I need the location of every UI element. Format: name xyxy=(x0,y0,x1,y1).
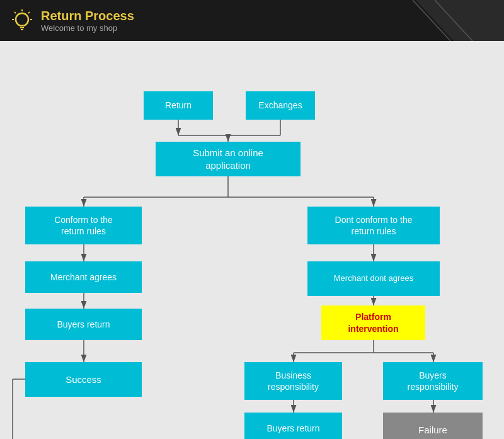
node-success: Success xyxy=(25,362,142,397)
node-return: Return xyxy=(144,91,213,120)
node-buyers-return-right: Buyers return xyxy=(244,413,342,439)
header: Return Process Welcome to my shop xyxy=(0,0,504,41)
node-business-responsibility: Businessresponsibility xyxy=(244,362,342,400)
svg-line-3 xyxy=(14,12,16,13)
svg-marker-6 xyxy=(416,0,504,41)
node-merchant-agrees: Merchant agrees xyxy=(25,261,142,293)
svg-point-0 xyxy=(16,13,28,26)
flowchart-canvas: Return Exchanges Submit an onlineapplica… xyxy=(0,41,504,439)
lightbulb-icon xyxy=(9,8,35,33)
header-subtitle: Welcome to my shop xyxy=(41,23,134,33)
node-merchant-dont: Merchant dont agrees xyxy=(307,261,440,296)
node-buyers-responsibility: Buyersresponsibility xyxy=(383,362,483,400)
node-buyers-return-left: Buyers return xyxy=(25,309,142,340)
header-logo: Return Process Welcome to my shop xyxy=(41,9,134,33)
svg-line-2 xyxy=(28,12,30,13)
header-title: Return Process xyxy=(41,9,134,23)
header-decoration xyxy=(378,0,504,41)
node-submit: Submit an onlineapplication xyxy=(156,142,301,176)
node-failure: Failure xyxy=(383,413,483,439)
node-conform: Conform to thereturn rules xyxy=(25,207,142,244)
node-exchanges: Exchanges xyxy=(246,91,315,120)
node-notconform: Dont conform to thereturn rules xyxy=(307,207,440,244)
node-platform-intervention: Platformintervention xyxy=(321,305,425,340)
